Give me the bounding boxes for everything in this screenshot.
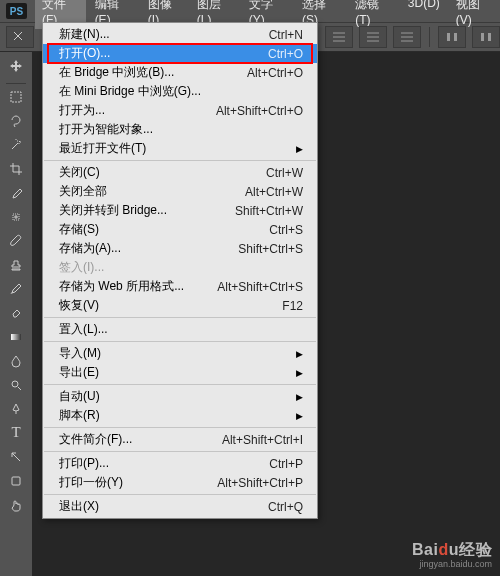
align-icon[interactable] xyxy=(393,26,421,48)
menu-item-shortcut: Shift+Ctrl+S xyxy=(238,242,303,256)
menu-item-label: 存储(S) xyxy=(59,221,269,238)
menu-item-label: 新建(N)... xyxy=(59,26,269,43)
menu-item-label: 最近打开文件(T) xyxy=(59,140,290,157)
healing-tool-icon[interactable] xyxy=(4,205,28,228)
menu-item: 签入(I)... xyxy=(43,258,317,277)
watermark-suffix: 经验 xyxy=(459,541,492,558)
submenu-arrow-icon: ▶ xyxy=(296,392,303,402)
menu-item[interactable]: 存储为(A)...Shift+Ctrl+S xyxy=(43,239,317,258)
menu-item-shortcut: Alt+Shift+Ctrl+S xyxy=(217,280,303,294)
menu-item[interactable]: 关闭全部Alt+Ctrl+W xyxy=(43,182,317,201)
menu-item-label: 签入(I)... xyxy=(59,259,303,276)
menu-item-shortcut: Alt+Shift+Ctrl+I xyxy=(222,433,303,447)
menu-view[interactable]: 视图(V) xyxy=(449,0,500,29)
menu-bar: PS 文件(F) 编辑(E) 图像(I) 图层(L) 文字(Y) 选择(S) 滤… xyxy=(0,0,500,22)
menu-item[interactable]: 存储为 Web 所用格式...Alt+Shift+Ctrl+S xyxy=(43,277,317,296)
menu-item[interactable]: 自动(U)▶ xyxy=(43,387,317,406)
menu-item-label: 存储为(A)... xyxy=(59,240,238,257)
menu-separator xyxy=(44,160,316,161)
menu-item[interactable]: 恢复(V)F12 xyxy=(43,296,317,315)
menu-item-label: 打开为... xyxy=(59,102,216,119)
svg-point-8 xyxy=(12,381,18,387)
svg-rect-3 xyxy=(481,33,484,41)
menu-filter[interactable]: 滤镜(T) xyxy=(348,0,399,29)
eraser-tool-icon[interactable] xyxy=(4,301,28,324)
menu-item[interactable]: 存储(S)Ctrl+S xyxy=(43,220,317,239)
menu-item-shortcut: Alt+Shift+Ctrl+O xyxy=(216,104,303,118)
svg-rect-4 xyxy=(488,33,491,41)
marquee-tool-icon[interactable] xyxy=(4,85,28,108)
menu-item[interactable]: 打开为...Alt+Shift+Ctrl+O xyxy=(43,101,317,120)
menu-item[interactable]: 打开(O)...Ctrl+O xyxy=(43,44,317,63)
menu-item[interactable]: 脚本(R)▶ xyxy=(43,406,317,425)
menu-item-label: 打开(O)... xyxy=(59,45,268,62)
move-tool-icon[interactable] xyxy=(4,54,28,77)
pen-tool-icon[interactable] xyxy=(4,397,28,420)
menu-item[interactable]: 最近打开文件(T)▶ xyxy=(43,139,317,158)
menu-item-shortcut: Ctrl+N xyxy=(269,28,303,42)
watermark-brand: u xyxy=(449,541,459,558)
watermark-brand: Bai xyxy=(412,541,438,558)
menu-item-label: 脚本(R) xyxy=(59,407,290,424)
menu-item-shortcut: Ctrl+P xyxy=(269,457,303,471)
menu-item[interactable]: 在 Bridge 中浏览(B)...Alt+Ctrl+O xyxy=(43,63,317,82)
type-tool-icon[interactable]: T xyxy=(4,421,28,444)
menu-item[interactable]: 打印一份(Y)Alt+Shift+Ctrl+P xyxy=(43,473,317,492)
menu-item[interactable]: 导入(M)▶ xyxy=(43,344,317,363)
lasso-tool-icon[interactable] xyxy=(4,109,28,132)
hand-tool-icon[interactable] xyxy=(4,493,28,516)
menu-item-shortcut: Alt+Shift+Ctrl+P xyxy=(217,476,303,490)
submenu-arrow-icon: ▶ xyxy=(296,368,303,378)
align-icon[interactable] xyxy=(325,26,353,48)
menu-item[interactable]: 打印(P)...Ctrl+P xyxy=(43,454,317,473)
brush-tool-icon[interactable] xyxy=(4,229,28,252)
menu-item[interactable]: 退出(X)Ctrl+Q xyxy=(43,497,317,516)
distribute-icon[interactable] xyxy=(438,26,466,48)
submenu-arrow-icon: ▶ xyxy=(296,411,303,421)
menu-item[interactable]: 新建(N)...Ctrl+N xyxy=(43,25,317,44)
menu-item-label: 打印一份(Y) xyxy=(59,474,217,491)
svg-rect-2 xyxy=(454,33,457,41)
submenu-arrow-icon: ▶ xyxy=(296,349,303,359)
menu-item-shortcut: F12 xyxy=(282,299,303,313)
wand-tool-icon[interactable] xyxy=(4,133,28,156)
menu-item[interactable]: 关闭(C)Ctrl+W xyxy=(43,163,317,182)
menu-3d[interactable]: 3D(D) xyxy=(401,0,447,29)
menu-item-label: 打印(P)... xyxy=(59,455,269,472)
stamp-tool-icon[interactable] xyxy=(4,253,28,276)
tool-preset-icon[interactable] xyxy=(6,26,34,48)
menu-item[interactable]: 文件简介(F)...Alt+Shift+Ctrl+I xyxy=(43,430,317,449)
menu-separator xyxy=(44,317,316,318)
app-logo: PS xyxy=(6,3,27,19)
menu-item[interactable]: 在 Mini Bridge 中浏览(G)... xyxy=(43,82,317,101)
menu-item[interactable]: 导出(E)▶ xyxy=(43,363,317,382)
history-brush-tool-icon[interactable] xyxy=(4,277,28,300)
svg-rect-9 xyxy=(12,477,20,485)
crop-tool-icon[interactable] xyxy=(4,157,28,180)
blur-tool-icon[interactable] xyxy=(4,349,28,372)
gradient-tool-icon[interactable] xyxy=(4,325,28,348)
dodge-tool-icon[interactable] xyxy=(4,373,28,396)
submenu-arrow-icon: ▶ xyxy=(296,144,303,154)
separator xyxy=(429,27,430,47)
shape-tool-icon[interactable] xyxy=(4,469,28,492)
distribute-icon[interactable] xyxy=(472,26,500,48)
menu-item-shortcut: Ctrl+W xyxy=(266,166,303,180)
menu-item[interactable]: 置入(L)... xyxy=(43,320,317,339)
menu-item-label: 恢复(V) xyxy=(59,297,282,314)
menu-item-shortcut: Alt+Ctrl+O xyxy=(247,66,303,80)
svg-rect-7 xyxy=(11,334,21,340)
tool-panel: T xyxy=(0,52,32,516)
menu-item[interactable]: 打开为智能对象... xyxy=(43,120,317,139)
menu-item-shortcut: Shift+Ctrl+W xyxy=(235,204,303,218)
watermark-url: jingyan.baidu.com xyxy=(412,559,492,570)
menu-item-shortcut: Ctrl+O xyxy=(268,47,303,61)
menu-item-label: 自动(U) xyxy=(59,388,290,405)
path-tool-icon[interactable] xyxy=(4,445,28,468)
menu-item-label: 退出(X) xyxy=(59,498,268,515)
menu-item-shortcut: Alt+Ctrl+W xyxy=(245,185,303,199)
menu-item[interactable]: 关闭并转到 Bridge...Shift+Ctrl+W xyxy=(43,201,317,220)
align-icon[interactable] xyxy=(359,26,387,48)
eyedropper-tool-icon[interactable] xyxy=(4,181,28,204)
menu-item-label: 文件简介(F)... xyxy=(59,431,222,448)
